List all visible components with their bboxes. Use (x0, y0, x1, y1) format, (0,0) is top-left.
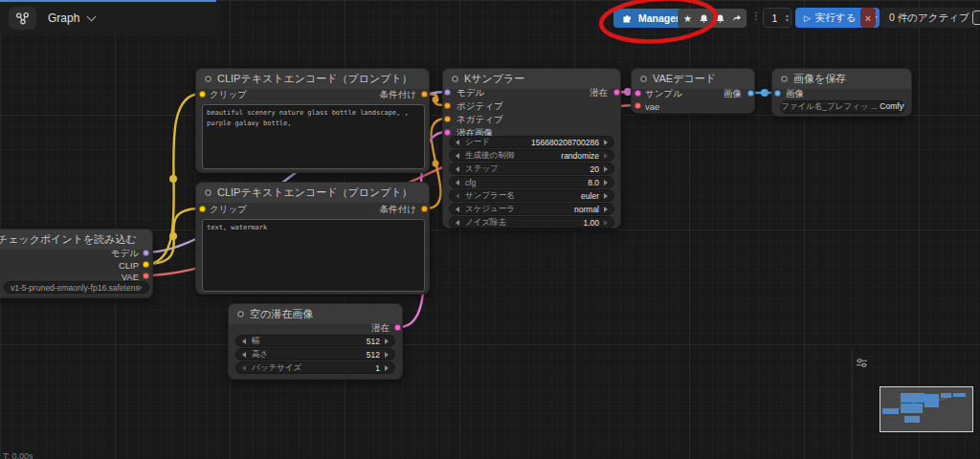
spin-down-icon[interactable]: ▾ (786, 18, 789, 23)
prev-value-arrow[interactable] (456, 180, 459, 186)
node-title-bar[interactable]: VAEデコード (632, 69, 754, 89)
vae-input-dot[interactable] (635, 102, 641, 109)
prev-value-arrow[interactable] (456, 207, 459, 212)
next-value-arrow[interactable] (604, 140, 608, 145)
widget-seed[interactable]: シード 156680208700286 (449, 136, 614, 148)
graph-menu-button[interactable] (9, 7, 36, 30)
latent-image-input-dot[interactable] (444, 129, 451, 136)
node-empty-latent-image[interactable]: 空の潜在画像 潜在 幅 512 高さ 512 バッチサイズ 1 (228, 303, 403, 380)
prev-value-arrow[interactable] (456, 193, 459, 199)
clip-output-dot[interactable] (143, 261, 149, 268)
share-button[interactable] (729, 10, 744, 27)
node-vae-decode[interactable]: VAEデコード サンプル vae 画像 (631, 68, 755, 114)
widget-width[interactable]: 幅 512 (235, 335, 395, 347)
widget-denoise[interactable]: ノイズ除去 1.00 (449, 216, 614, 229)
collapse-dot-icon[interactable] (237, 311, 244, 317)
star-icon: ★ (683, 13, 692, 24)
widget-scheduler[interactable]: スケジューラ normal (449, 203, 614, 215)
port-image-input[interactable]: 画像 (786, 87, 804, 100)
ckpt-name-value: v1-5-pruned-emaonly-fp16.safetensors (11, 283, 139, 293)
port-latent-output[interactable]: 潜在 (443, 86, 608, 99)
model-input-dot[interactable] (444, 89, 451, 96)
widget-ckpt-name[interactable]: v1-5-pruned-emaonly-fp16.safetensors (4, 281, 149, 294)
prev-value-arrow[interactable] (456, 166, 459, 172)
next-value-arrow[interactable] (604, 153, 608, 159)
prompt-textarea[interactable]: beautiful scenery nature glass bottle la… (202, 104, 425, 169)
port-image-output[interactable]: 画像 (632, 87, 742, 100)
collapse-dot-icon[interactable] (205, 76, 212, 82)
node-save-image[interactable]: 画像を保存 画像 ファイル名_プレフィッ ... ComfyUI (771, 68, 912, 117)
port-positive-input[interactable]: ポジティブ (457, 99, 503, 113)
port-vae-input[interactable]: vae (645, 99, 659, 113)
node-title: VAEデコード (653, 72, 716, 86)
widget-height[interactable]: 高さ 512 (235, 348, 395, 361)
node-ksampler[interactable]: Kサンプラー モデル ポジティブ ネガティブ 潜在画像 潜在 シード 15668… (442, 68, 621, 229)
next-value-arrow[interactable] (604, 207, 608, 212)
conditioning-output-dot[interactable] (421, 206, 428, 212)
next-value-arrow[interactable] (385, 352, 389, 358)
model-output-dot[interactable] (143, 250, 149, 256)
clip-input-dot[interactable] (199, 206, 206, 212)
collapse-dot-icon[interactable] (640, 76, 647, 82)
prev-value-arrow[interactable] (456, 220, 459, 226)
batch-count-input[interactable]: 1 ▴ ▾ (763, 8, 791, 28)
node-clip-text-encode-positive[interactable]: CLIPテキストエンコード（プロンプト） クリップ 条件付け beautiful… (195, 68, 430, 173)
prev-value-arrow[interactable] (242, 365, 246, 371)
widget-batch-size[interactable]: バッチサイズ 1 (235, 361, 395, 374)
conditioning-output-dot[interactable] (421, 91, 428, 98)
collapse-dot-icon[interactable] (781, 76, 788, 82)
negative-input-dot[interactable] (444, 116, 451, 122)
node-title-bar[interactable]: 画像を保存 (772, 69, 911, 89)
collapse-dot-icon[interactable] (205, 189, 212, 196)
active-jobs-badge[interactable]: 0 件のアクティブ (880, 8, 979, 28)
latent-output-dot[interactable] (613, 89, 620, 96)
widget-steps[interactable]: ステップ 20 (449, 163, 614, 175)
node-clip-text-encode-negative[interactable]: CLIPテキストエンコード（プロンプト） クリップ 条件付け text, wat… (195, 182, 430, 295)
next-value-arrow[interactable] (604, 220, 608, 226)
clip-input-dot[interactable] (199, 91, 206, 98)
port-latent-output[interactable]: 潜在 (229, 321, 390, 335)
prompt-textarea[interactable]: text, watermark (202, 219, 425, 292)
node-load-checkpoint[interactable]: チェックポイントを読み込む モデル CLIP VAE v1-5-pruned-e… (0, 229, 153, 298)
image-input-dot[interactable] (774, 90, 781, 97)
port-conditioning-output[interactable]: 条件付け (196, 88, 416, 101)
batch-count-value: 1 (764, 12, 786, 24)
samples-input-dot[interactable] (635, 90, 641, 97)
minimap[interactable] (880, 386, 973, 432)
widget-cfg[interactable]: cfg 8.0 (449, 176, 614, 188)
bell-button-2[interactable] (713, 10, 727, 27)
next-value-arrow[interactable] (385, 365, 389, 371)
chevron-down-icon (87, 12, 97, 22)
latent-output-dot[interactable] (394, 324, 401, 331)
next-value-arrow[interactable] (604, 180, 608, 186)
port-conditioning-output[interactable]: 条件付け (196, 203, 416, 216)
next-value-arrow[interactable] (385, 339, 389, 344)
star-button[interactable]: ★ (680, 10, 695, 27)
minimap-settings-icon[interactable] (856, 355, 868, 372)
prev-value-arrow[interactable] (456, 140, 459, 145)
port-negative-input[interactable]: ネガティブ (457, 113, 503, 126)
next-value-arrow[interactable] (139, 285, 143, 291)
vae-output-dot[interactable] (143, 273, 149, 279)
next-value-arrow[interactable] (604, 193, 608, 199)
manager-label: Manager (638, 12, 679, 24)
node-title: チェックポイントを読み込む (0, 232, 137, 247)
positive-input-dot[interactable] (444, 102, 451, 109)
widget-filename-prefix[interactable]: ファイル名_プレフィッ ... ComfyUI (780, 100, 905, 114)
bell-button-1[interactable] (697, 10, 711, 27)
count-spinner[interactable]: ▴ ▾ (786, 13, 789, 23)
panel-toggle-icon[interactable] (972, 11, 980, 25)
execution-timer: T: 0.00s (3, 451, 33, 459)
widget-sampler-name[interactable]: サンプラー名 euler (449, 189, 614, 202)
image-output-dot[interactable] (747, 90, 754, 97)
node-title-bar[interactable]: CLIPテキストエンコード（プロンプト） (196, 183, 429, 203)
prev-value-arrow[interactable] (242, 339, 246, 344)
prev-value-arrow[interactable] (242, 352, 246, 358)
cancel-button[interactable]: × (860, 8, 876, 28)
node-title-bar[interactable]: CLIPテキストエンコード（プロンプト） (196, 69, 429, 89)
next-value-arrow[interactable] (604, 166, 608, 172)
prev-value-arrow[interactable] (456, 153, 459, 159)
workflow-tab[interactable]: Graph (0, 0, 216, 34)
collapse-dot-icon[interactable] (452, 76, 458, 82)
widget-control-after-generate[interactable]: 生成後の制御 randomize (449, 149, 614, 162)
